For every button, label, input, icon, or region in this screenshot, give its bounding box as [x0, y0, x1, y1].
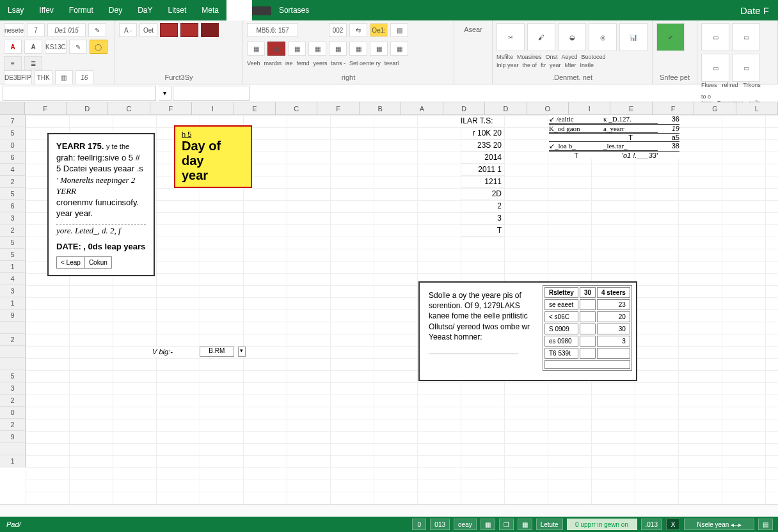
- view-normal-icon[interactable]: ▦: [480, 519, 495, 530]
- align-icon[interactable]: ≡: [4, 56, 22, 70]
- col-header[interactable]: A: [401, 102, 443, 114]
- textbox-year-notes[interactable]: YEARR 175. y te the grah: feellrig:sive …: [47, 133, 155, 276]
- fill-red1-icon[interactable]: [160, 23, 178, 37]
- col-header[interactable]: F: [653, 102, 694, 114]
- status-013b[interactable]: .013: [641, 519, 662, 530]
- row-header[interactable]: 2: [0, 395, 26, 407]
- name-box-dropdown[interactable]: ▾: [159, 86, 171, 101]
- scissors-icon[interactable]: ✂: [496, 23, 525, 51]
- col-header[interactable]: O: [527, 102, 569, 114]
- ribbon-002[interactable]: 002: [329, 23, 347, 37]
- font-a-icon[interactable]: A: [4, 40, 22, 54]
- grid2-icon[interactable]: ▦: [288, 42, 306, 56]
- col-header[interactable]: I: [192, 102, 234, 114]
- row-header[interactable]: 0: [0, 139, 26, 152]
- formula-input[interactable]: [173, 86, 250, 101]
- font-a2-icon[interactable]: A: [24, 40, 42, 54]
- row-header[interactable]: 1: [0, 297, 26, 309]
- grid6-icon[interactable]: ▦: [370, 42, 388, 56]
- cell-d3[interactable]: 23S 20: [461, 139, 504, 152]
- status-btn-0[interactable]: 0: [412, 519, 426, 530]
- pen1-icon[interactable]: ✎: [88, 23, 106, 37]
- col-header[interactable]: C: [108, 102, 150, 114]
- cell-d6[interactable]: 1211: [461, 176, 504, 188]
- view-page-icon[interactable]: ❐: [499, 519, 514, 530]
- row-header[interactable]: 7: [0, 115, 26, 127]
- cell-d10[interactable]: T: [461, 224, 504, 237]
- col-header[interactable]: D: [67, 102, 108, 114]
- row-header[interactable]: 2: [0, 334, 26, 346]
- row-header[interactable]: 1: [0, 261, 26, 273]
- tab-active-blank[interactable]: [226, 0, 252, 20]
- row-header[interactable]: 9: [0, 431, 26, 443]
- col-header[interactable]: G: [694, 102, 736, 114]
- grid1-icon[interactable]: ▦: [247, 42, 265, 56]
- col-header[interactable]: D: [485, 102, 527, 114]
- ribbon-mbcode[interactable]: MB5.6: 157: [247, 23, 298, 37]
- spreadsheet-grid[interactable]: F D C F I E C F B A D D O I E F G L 7 5 …: [0, 102, 778, 504]
- fill-darkred-icon[interactable]: [201, 23, 219, 37]
- status-letute[interactable]: Letute: [536, 519, 563, 530]
- col-header[interactable]: F: [150, 102, 192, 114]
- tab-meta[interactable]: Meta: [194, 0, 226, 20]
- ribbon-btn-nesete[interactable]: nesete: [4, 23, 24, 37]
- sheet1-icon[interactable]: ▭: [701, 23, 729, 51]
- ribbon-oe1[interactable]: Oe1:: [370, 23, 388, 37]
- cell-d8[interactable]: 2: [461, 200, 504, 212]
- cell-d9[interactable]: 3: [461, 212, 504, 224]
- callout-day-of-year[interactable]: h 5 Day of day year: [174, 125, 252, 188]
- ribbon-code[interactable]: De1 015: [47, 23, 86, 37]
- select-all-corner[interactable]: [0, 102, 25, 114]
- grid3-icon[interactable]: ▦: [308, 42, 326, 56]
- status-upprr[interactable]: 0 upprr in gewn on: [567, 519, 637, 530]
- grid5-icon[interactable]: ▦: [349, 42, 367, 56]
- tab-dark[interactable]: [252, 6, 271, 15]
- pen2-icon[interactable]: ✎: [69, 40, 87, 54]
- status-nsele[interactable]: Nsele yean ◂--▸: [684, 519, 754, 530]
- row-header[interactable]: 4: [0, 164, 26, 176]
- mini-table[interactable]: Rslettey304 steers se eaeet23 < s06C20 S…: [543, 285, 632, 371]
- name-box[interactable]: [3, 86, 156, 101]
- status-btn-oeay[interactable]: oeay: [454, 519, 477, 530]
- sheet-tab-strip[interactable]: [0, 504, 778, 517]
- row-header[interactable]: 9: [0, 309, 26, 322]
- tab-litset[interactable]: Litset: [161, 0, 194, 20]
- row-header[interactable]: 6: [0, 152, 26, 164]
- table-style-icon[interactable]: ▤: [390, 23, 408, 37]
- cell-d1[interactable]: ILAR T.S:: [461, 115, 504, 127]
- row-header[interactable]: 2: [0, 419, 26, 431]
- row-header[interactable]: 5: [0, 188, 26, 200]
- cell-d7[interactable]: 2D: [461, 188, 504, 200]
- row-header[interactable]: 0: [0, 407, 26, 419]
- row-header[interactable]: 5: [0, 249, 26, 261]
- shape-icon[interactable]: ◎: [589, 23, 617, 51]
- row-header[interactable]: 5: [0, 370, 26, 382]
- row-header[interactable]: 1: [0, 455, 26, 467]
- row-header[interactable]: 4: [0, 273, 26, 285]
- row-header[interactable]: [0, 443, 26, 455]
- cell-d5[interactable]: 2011 1: [461, 164, 504, 176]
- status-corner-icon[interactable]: ▤: [758, 519, 773, 530]
- num-16-icon[interactable]: 16: [75, 70, 93, 84]
- col-header[interactable]: F: [25, 102, 67, 114]
- row-header[interactable]: 2: [0, 176, 26, 188]
- col-header[interactable]: L: [736, 102, 778, 114]
- sheet2-icon[interactable]: ▭: [732, 23, 760, 51]
- fill-red2-icon[interactable]: [180, 23, 198, 37]
- col-header[interactable]: F: [317, 102, 359, 114]
- row-header[interactable]: 3: [0, 382, 26, 395]
- col-header[interactable]: C: [276, 102, 317, 114]
- row-header[interactable]: [0, 346, 26, 358]
- tb-btn-leap[interactable]: < Leap: [57, 257, 85, 269]
- view-break-icon[interactable]: ▦: [518, 519, 532, 530]
- row-header[interactable]: 2: [0, 224, 26, 237]
- col-header[interactable]: E: [610, 102, 652, 114]
- brush-icon[interactable]: 🖌: [527, 23, 555, 51]
- sheet3-icon[interactable]: ▭: [701, 54, 729, 82]
- row-header[interactable]: [0, 322, 26, 334]
- tab-formut[interactable]: Formut: [61, 0, 101, 20]
- status-btn-013[interactable]: 013: [430, 519, 450, 530]
- sheet4-icon[interactable]: ▭: [732, 54, 760, 82]
- table-right[interactable]: ↙ /ealtic κ _D.127. 36 K_od gaon a_yearr…: [549, 115, 679, 159]
- col-header[interactable]: B: [360, 102, 401, 114]
